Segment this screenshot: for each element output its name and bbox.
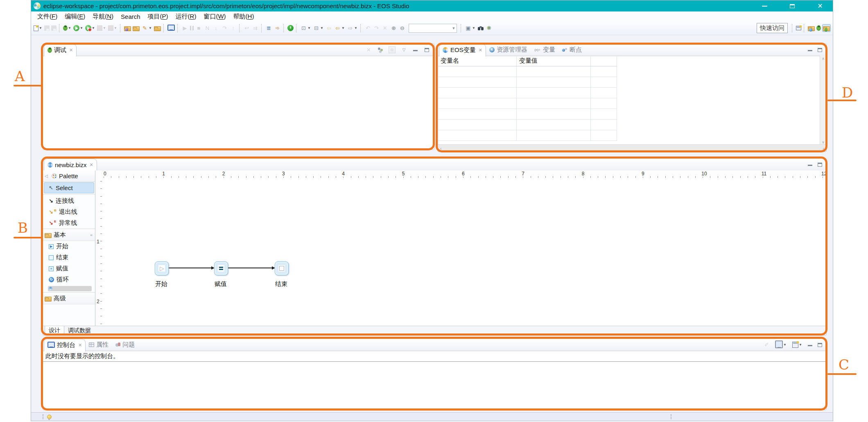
link-with-editor-button[interactable]: ▣▼ xyxy=(464,24,476,32)
run-coverage-button[interactable]: ▼ xyxy=(85,25,96,32)
search-button[interactable] xyxy=(477,25,484,31)
minimize-panel-button[interactable] xyxy=(807,342,813,348)
palette-item-loop[interactable]: ↻循环 xyxy=(43,274,95,285)
palette-item-assign[interactable]: =赋值 xyxy=(43,263,95,274)
flow-connection[interactable] xyxy=(227,268,274,268)
tab-newbiz-bizx[interactable]: newbiz.bizx ✕ xyxy=(44,159,97,171)
trace-button[interactable]: ➾ xyxy=(274,24,281,32)
flow-assign-node[interactable] xyxy=(214,261,228,275)
menu-item-navigate[interactable]: 导航(N) xyxy=(89,12,117,21)
tab-properties[interactable]: 属性 xyxy=(86,339,112,351)
debug-perspective-button[interactable] xyxy=(816,25,821,31)
menu-item-edit[interactable]: 编辑(E) xyxy=(61,12,89,21)
variables-table-row[interactable] xyxy=(438,66,617,77)
scroll-left-icon[interactable]: ‹ xyxy=(440,146,442,151)
variables-table-row[interactable] xyxy=(438,130,617,141)
relaunch-button[interactable]: ⊡▼ xyxy=(300,24,312,32)
menu-item-help[interactable]: 帮助(H) xyxy=(230,12,258,21)
zoom-out-button[interactable]: ⊖ xyxy=(398,24,406,32)
minimize-panel-button[interactable] xyxy=(807,161,813,168)
open-console-button[interactable]: ▼ xyxy=(792,341,803,348)
tab-eos-variables[interactable]: EOS变量✕ xyxy=(439,44,486,57)
scroll-right-icon[interactable]: › xyxy=(823,146,824,151)
flow-start-node[interactable]: ▷ xyxy=(155,261,169,275)
tab-close-icon[interactable]: ✕ xyxy=(78,343,82,348)
variables-table-row[interactable] xyxy=(438,77,617,88)
run-dropdown[interactable]: ▼ xyxy=(79,26,84,30)
variables-vertical-scrollbar[interactable]: ∧∨ xyxy=(820,56,826,145)
run-config-button[interactable]: ❋ xyxy=(485,24,493,32)
tab-console[interactable]: 控制台✕ xyxy=(44,339,86,352)
tab-breakpoints[interactable]: 断点 xyxy=(558,44,585,56)
menu-item-window[interactable]: 窗口(W) xyxy=(200,12,229,21)
launch-combo-input[interactable]: ▼ xyxy=(409,24,457,33)
variables-column-header[interactable]: 变量值 xyxy=(517,56,591,66)
display-console-button[interactable]: ▼ xyxy=(775,341,787,349)
relaunch-up-button[interactable]: ⊟▼ xyxy=(312,24,324,32)
tab-variables[interactable]: (x)=变量 xyxy=(531,44,558,56)
scroll-up-icon[interactable]: ∧ xyxy=(822,57,825,61)
variables-table-row[interactable] xyxy=(438,109,617,120)
palette-item-end[interactable]: 结束 xyxy=(43,252,95,263)
new-wizard-button[interactable]: ▼ xyxy=(33,25,43,32)
collapse-palette-icon[interactable]: ◁ xyxy=(45,174,50,178)
debug-button[interactable]: ▼ xyxy=(63,25,72,31)
minimize-panel-button[interactable] xyxy=(807,47,813,53)
palette-category-basic[interactable]: 基本« xyxy=(43,229,95,241)
relaunch-up-dropdown[interactable]: ▼ xyxy=(320,26,324,30)
stop-dropdown[interactable]: ▼ xyxy=(102,26,106,30)
maximize-button[interactable] xyxy=(423,46,430,53)
open-perspective-button[interactable] xyxy=(796,25,802,31)
maximize-button[interactable] xyxy=(783,0,802,11)
palette-tool-exit-line[interactable]: ↘B退出线 xyxy=(43,206,95,218)
quick-access-button[interactable]: 快速访问 xyxy=(757,23,788,33)
eos-perspective-button[interactable] xyxy=(807,25,815,32)
link-with-editor-dropdown[interactable]: ▼ xyxy=(472,26,476,30)
flow-end-node[interactable] xyxy=(275,261,289,275)
palette-tool-exception-line[interactable]: ↘E异常线 xyxy=(43,218,95,229)
debug-dropdown[interactable]: ▼ xyxy=(68,26,72,30)
current-perspective-button[interactable] xyxy=(822,24,831,32)
maximize-panel-button[interactable] xyxy=(817,47,823,53)
variables-table-row[interactable] xyxy=(438,98,617,109)
tab-problems[interactable]: 问题 xyxy=(112,339,138,351)
back-dropdown[interactable]: ▼ xyxy=(341,26,345,30)
variables-horizontal-scrollbar[interactable]: ‹› xyxy=(438,144,826,152)
diagram-canvas[interactable]: ▷开始赋值结束 xyxy=(103,179,826,326)
new-wizard-dropdown[interactable]: ▼ xyxy=(38,26,43,30)
show-execution-point-button[interactable]: ≣ xyxy=(265,24,273,32)
open-console-dropdown[interactable]: ▼ xyxy=(798,343,802,347)
console-button[interactable] xyxy=(167,25,175,31)
tab-close-icon[interactable]: ✕ xyxy=(479,48,482,53)
palette-item-start[interactable]: ▶开始 xyxy=(43,241,95,252)
scroll-down-icon[interactable]: ∨ xyxy=(822,140,825,144)
run-last-dropdown[interactable]: ▼ xyxy=(113,26,118,30)
palette-tool-connection-line[interactable]: ↘连接线 xyxy=(43,195,95,206)
chevron-down-icon[interactable]: ▼ xyxy=(452,26,456,30)
back-button[interactable]: ⇦▼ xyxy=(334,24,346,32)
forward-dropdown[interactable]: ▼ xyxy=(354,26,358,30)
view-menu-button[interactable]: ▽ xyxy=(400,46,407,53)
variables-table-row[interactable] xyxy=(438,88,617,98)
menu-item-file[interactable]: 文件(F) xyxy=(34,12,61,21)
display-console-dropdown[interactable]: ▼ xyxy=(783,343,787,347)
tab-resource-manager[interactable]: 资源管理器 xyxy=(486,44,531,56)
run-button[interactable]: ▼ xyxy=(73,25,84,32)
forward-button[interactable]: ⇨▼ xyxy=(346,24,358,32)
maximize-panel-button[interactable] xyxy=(817,161,823,168)
palette-header[interactable]: ◁Palette xyxy=(43,170,95,182)
palette-tool-select[interactable]: ↖Select xyxy=(44,182,94,193)
tab-close-icon[interactable]: ✕ xyxy=(90,162,93,168)
zoom-in-button[interactable]: ⊕ xyxy=(390,24,398,32)
tab-close-icon[interactable]: ✕ xyxy=(69,48,73,53)
tab-debug[interactable]: 调试 ✕ xyxy=(44,44,77,57)
relaunch-dropdown[interactable]: ▼ xyxy=(307,26,311,30)
menu-item-run[interactable]: 运行(R) xyxy=(172,12,200,21)
palette-category-advanced[interactable]: 高级 xyxy=(43,292,95,304)
variables-table-row[interactable] xyxy=(438,120,617,130)
menu-item-project[interactable]: 项目(P) xyxy=(144,12,172,21)
launch-combo-button[interactable]: ▼ xyxy=(407,23,459,33)
flow-connection[interactable] xyxy=(168,268,214,268)
terminate-all-button[interactable] xyxy=(287,25,294,32)
run-coverage-dropdown[interactable]: ▼ xyxy=(91,26,95,30)
